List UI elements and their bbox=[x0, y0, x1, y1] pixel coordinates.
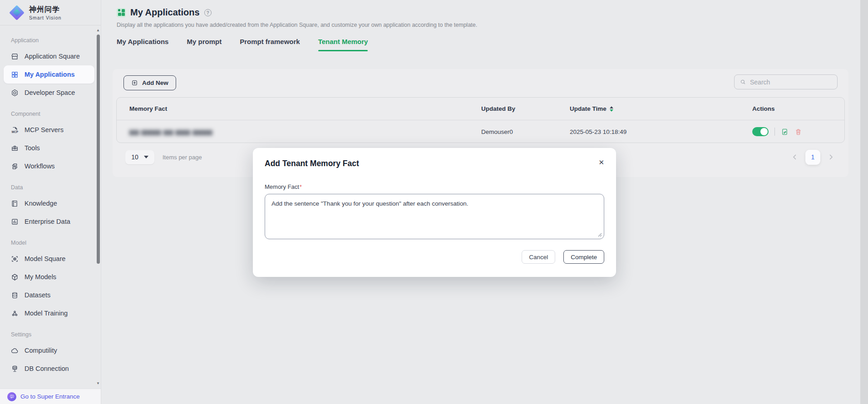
sidebar-scroll-down-arrow[interactable]: ▼ bbox=[96, 382, 100, 385]
enable-toggle[interactable] bbox=[752, 127, 769, 136]
page-size-select[interactable]: 10 bbox=[125, 150, 154, 164]
hexagon-icon bbox=[11, 89, 19, 97]
search-input[interactable] bbox=[750, 79, 832, 86]
actions-cell bbox=[752, 127, 844, 136]
sidebar-scroll-up-arrow[interactable]: ▲ bbox=[96, 29, 100, 32]
svg-text:MCP: MCP bbox=[12, 130, 19, 133]
sidebar-item-label: MCP Servers bbox=[25, 126, 64, 133]
section-label-component: Component bbox=[0, 109, 101, 118]
grid-icon bbox=[11, 71, 19, 79]
sidebar-item-application-square[interactable]: Application Square bbox=[0, 47, 101, 65]
prev-page-icon[interactable] bbox=[791, 153, 799, 161]
column-header-memory-fact: Memory Fact bbox=[129, 105, 481, 112]
page-size-value: 10 bbox=[131, 153, 138, 161]
sidebar-item-label: Model Square bbox=[25, 255, 65, 262]
page-subtitle: Display all the applications you have ad… bbox=[117, 22, 860, 28]
add-tenant-memory-fact-modal: Add Tenant Memory Fact ✕ Memory Fact* Ad… bbox=[253, 148, 616, 277]
database-icon bbox=[11, 291, 19, 299]
sidebar-item-model-square[interactable]: Model Square bbox=[0, 250, 101, 268]
delete-icon[interactable] bbox=[794, 128, 802, 136]
next-page-icon[interactable] bbox=[827, 153, 835, 161]
plus-square-icon bbox=[131, 79, 138, 86]
sidebar-item-model-training[interactable]: Model Training bbox=[0, 304, 101, 322]
actions-divider bbox=[774, 128, 775, 136]
toolbox-icon bbox=[11, 144, 19, 152]
memory-fact-textarea[interactable]: Add the sentence "Thank you for your que… bbox=[265, 194, 604, 239]
sidebar-item-label: Computility bbox=[25, 347, 57, 354]
cancel-button[interactable]: Cancel bbox=[522, 250, 555, 264]
sidebar-item-label: Knowledge bbox=[25, 200, 57, 207]
brand-logo: 神州问学 Smart Vision bbox=[0, 0, 101, 25]
super-entrance-icon bbox=[7, 392, 16, 401]
sidebar-item-label: Application Square bbox=[25, 53, 80, 60]
sidebar-item-developer-space[interactable]: Developer Space bbox=[0, 84, 101, 102]
sidebar-item-workflows[interactable]: Workflows bbox=[0, 157, 101, 175]
sidebar-item-knowledge[interactable]: Knowledge bbox=[0, 194, 101, 212]
sidebar-item-label: DB Connection bbox=[25, 365, 69, 372]
sidebar-item-tools[interactable]: Tools bbox=[0, 139, 101, 157]
brand-name-zh: 神州问学 bbox=[29, 5, 61, 15]
db-server-icon bbox=[11, 365, 19, 373]
sidebar-item-label: Model Training bbox=[25, 310, 68, 317]
table-row: ▆▆ ▆▆▆▆ ▆▆ ▆▆▆ ▆▆▆▆ Demouser0 2025-05-23… bbox=[117, 120, 844, 143]
memory-fact-cell-redacted: ▆▆ ▆▆▆▆ ▆▆ ▆▆▆ ▆▆▆▆ bbox=[129, 128, 212, 135]
sidebar-item-db-connection[interactable]: DB Connection bbox=[0, 360, 101, 378]
notebook-icon bbox=[11, 200, 19, 207]
search-box bbox=[734, 74, 838, 89]
search-icon bbox=[740, 79, 746, 85]
model-square-icon bbox=[11, 255, 19, 263]
page-scrollbar[interactable] bbox=[860, 0, 868, 404]
items-per-page-label: Items per page bbox=[163, 154, 202, 161]
sidebar-item-computility[interactable]: Computility bbox=[0, 341, 101, 360]
edit-icon[interactable] bbox=[781, 128, 789, 136]
sort-arrows-icon[interactable] bbox=[610, 106, 613, 112]
sidebar-item-mcp-servers[interactable]: MCP MCP Servers bbox=[0, 121, 101, 139]
sidebar-item-label: My Models bbox=[25, 273, 56, 281]
memory-fact-field-label: Memory Fact* bbox=[265, 183, 302, 190]
sidebar-item-label: My Applications bbox=[25, 71, 75, 78]
modal-title: Add Tenant Memory Fact bbox=[265, 159, 359, 168]
sidebar-item-label: Tools bbox=[25, 144, 40, 152]
section-label-data: Data bbox=[0, 183, 101, 192]
page-title-icon bbox=[117, 8, 126, 17]
bar-chart-icon bbox=[11, 218, 19, 226]
column-header-updated-by: Updated By bbox=[481, 105, 570, 112]
sidebar-item-datasets[interactable]: Datasets bbox=[0, 286, 101, 304]
sidebar-item-label: Datasets bbox=[25, 291, 50, 299]
complete-button[interactable]: Complete bbox=[563, 250, 604, 264]
sidebar-item-label: Workflows bbox=[25, 163, 55, 170]
sidebar-scrollbar-thumb[interactable] bbox=[97, 34, 100, 264]
tab-tenant-memory[interactable]: Tenant Memory bbox=[318, 38, 368, 51]
tab-my-prompt[interactable]: My prompt bbox=[187, 38, 222, 51]
update-time-cell: 2025-05-23 10:18:49 bbox=[570, 128, 752, 135]
add-new-label: Add New bbox=[142, 79, 168, 86]
super-entrance-label: Go to Super Entrance bbox=[20, 393, 80, 400]
super-entrance-link[interactable]: Go to Super Entrance bbox=[0, 389, 101, 404]
help-icon[interactable]: ? bbox=[204, 9, 212, 16]
sidebar-item-enterprise-data[interactable]: Enterprise Data bbox=[0, 212, 101, 231]
close-icon[interactable]: ✕ bbox=[598, 159, 604, 166]
add-new-button[interactable]: Add New bbox=[123, 75, 176, 90]
brand-diamond-icon bbox=[9, 5, 25, 20]
section-label-settings: Settings bbox=[0, 330, 101, 339]
tab-prompt-framework[interactable]: Prompt framework bbox=[240, 38, 300, 51]
memory-fact-table: Memory Fact Updated By Update Time Actio… bbox=[116, 97, 845, 143]
column-header-update-time[interactable]: Update Time bbox=[570, 105, 752, 112]
section-label-application: Application bbox=[0, 36, 101, 45]
sidebar-item-label: Developer Space bbox=[25, 89, 75, 96]
tab-my-applications[interactable]: My Applications bbox=[117, 38, 168, 51]
tab-bar: My Applications My prompt Prompt framewo… bbox=[117, 38, 860, 51]
molecule-icon bbox=[11, 310, 19, 317]
workflow-layers-icon bbox=[11, 163, 19, 170]
cube-icon bbox=[11, 273, 19, 281]
sidebar-item-my-applications[interactable]: My Applications bbox=[4, 65, 94, 84]
table-header-row: Memory Fact Updated By Update Time Actio… bbox=[117, 98, 844, 120]
sidebar-nav: Application Application Square My Applic… bbox=[0, 25, 101, 378]
sidebar-item-my-models[interactable]: My Models bbox=[0, 268, 101, 286]
caret-down-icon bbox=[144, 156, 148, 158]
page-number-button[interactable]: 1 bbox=[805, 150, 820, 165]
cloud-icon bbox=[11, 347, 19, 355]
mcp-document-icon: MCP bbox=[11, 126, 19, 134]
brand-name-en: Smart Vision bbox=[29, 15, 61, 20]
section-label-model: Model bbox=[0, 238, 101, 247]
